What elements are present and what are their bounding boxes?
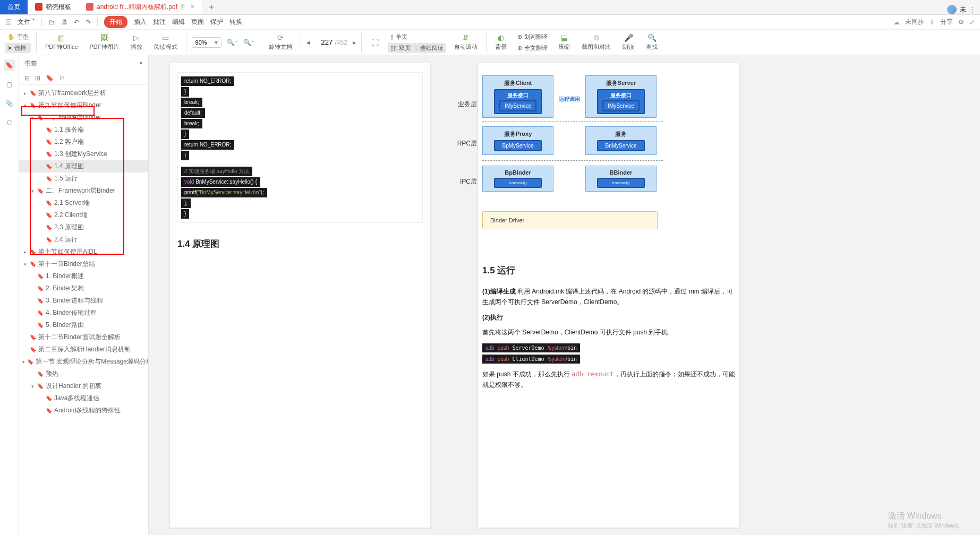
document-area[interactable]: return NO_ERROR; } break; default: break… [149, 55, 980, 535]
proxy-box: 服务Proxy BpMyService [482, 126, 553, 155]
file-menu[interactable]: 文件 ˅ [18, 18, 35, 27]
play-button[interactable]: ▷播放 [127, 32, 146, 52]
rotate[interactable]: ⟳旋转文档 [266, 32, 295, 52]
page-indicator[interactable]: /452 [315, 38, 347, 46]
left-rail: 🔖 ▢ 📎 ⬡ [0, 55, 19, 535]
readmode[interactable]: ▭阅读模式 [151, 32, 181, 52]
outline-item[interactable]: ▾🔖第一节 宏观理论分析与Message源码分析 [19, 356, 148, 368]
cloud-icon[interactable]: ☁ [893, 19, 900, 26]
full-translate[interactable]: ⊕全文翻译 [515, 43, 550, 53]
outline-item[interactable]: 🔖2.1 Server端 [19, 197, 148, 209]
compress[interactable]: ⬓压缩 [555, 32, 573, 52]
expand-icon[interactable]: ⤢ [969, 19, 975, 26]
share-icon[interactable]: ⇪ [930, 19, 935, 26]
double-page[interactable]: ▯▯双页 [388, 43, 413, 53]
fulltrans-icon: ⊕ [517, 45, 522, 51]
outline-item[interactable]: 🔖1.2 客户端 [19, 136, 148, 148]
outline-item[interactable]: 🔖Java多线程通信 [19, 392, 148, 404]
outline-item[interactable]: 🔖1.5 运行 [19, 172, 148, 185]
menu-edit[interactable]: 编辑 [172, 18, 185, 27]
cube-rail-icon[interactable]: ⬡ [4, 117, 15, 128]
heading-1-4: 1.4 原理图 [177, 238, 423, 250]
ribbon-icon[interactable]: ⚐ [59, 74, 65, 82]
hand-tool[interactable]: ✋手型 [5, 32, 31, 42]
sidebar-close-icon[interactable]: × [139, 59, 143, 67]
redo-icon[interactable]: ↷ [86, 19, 91, 26]
nav-view[interactable]: ⛶ [367, 37, 383, 48]
outline-item[interactable]: ▸🔖第八节framework层分析 [19, 87, 148, 99]
pin-icon[interactable]: ⎘ [181, 3, 184, 11]
outline-item[interactable]: 🔖1.4 原理图 [19, 160, 148, 172]
continuous-read[interactable]: ≡连续阅读 [413, 43, 446, 53]
menu-icon[interactable]: ☰ [5, 19, 11, 26]
outline-item[interactable]: 🔖1. Binder概述 [19, 270, 148, 282]
close-icon[interactable]: × [191, 3, 194, 11]
background[interactable]: ◐背景 [492, 32, 510, 52]
menu-insert[interactable]: 插入 [134, 18, 147, 27]
tab-home[interactable]: 首页 [0, 0, 28, 14]
expand-all-icon[interactable]: ⊞ [35, 74, 40, 82]
find[interactable]: 🔍查找 [643, 32, 661, 52]
share-label[interactable]: 分享 [940, 18, 953, 27]
outline-item[interactable]: 🔖4. Binder传输过程 [19, 307, 148, 319]
outline-item[interactable]: ▾🔖二、Framework层Binder [19, 185, 148, 197]
read-aloud[interactable]: 🎤朗读 [619, 32, 637, 52]
outline-item[interactable]: ▾🔖一、Native层Binder [19, 111, 148, 124]
attachment-rail-icon[interactable]: 📎 [4, 98, 15, 109]
outline-item[interactable]: 🔖5. Binder路由 [19, 319, 148, 331]
bookmark-rail-icon[interactable]: 🔖 [4, 59, 15, 71]
outline-item[interactable]: ▸🔖第十节如何使用AIDL [19, 246, 148, 258]
tab-add[interactable]: ＋ [202, 0, 221, 14]
menu-protect[interactable]: 保护 [210, 18, 223, 27]
outline-item[interactable]: 🔖2.2 Client端 [19, 209, 148, 221]
outline-item[interactable]: 🔖第二章深入解析Handler消息机制 [19, 343, 148, 356]
open-icon[interactable]: 🗁 [48, 19, 55, 26]
bpbinder-box: BpBinder transact() [482, 166, 553, 192]
zoom-input[interactable]: ▾ [192, 37, 221, 48]
outline-item[interactable]: 🔖1.3 创建MyService [19, 148, 148, 160]
bookmark-icon[interactable]: 🔖 [46, 74, 54, 82]
tab-dokel[interactable]: 稻壳模板 [28, 0, 79, 14]
single-page[interactable]: ▯单页 [388, 32, 446, 42]
pdf2img[interactable]: 🖼PDF转图片 [87, 32, 122, 52]
outline-item[interactable]: 🔖预热 [19, 368, 148, 380]
hand-icon: ✋ [7, 33, 15, 40]
outline-item[interactable]: ▾🔖第九节如何使用Binder [19, 99, 148, 111]
page-next-icon[interactable]: ▸ [353, 39, 356, 46]
outline-item[interactable]: 🔖2.4 运行 [19, 234, 148, 246]
pdf2office[interactable]: ▦PDF转Office [42, 32, 81, 52]
autoscroll[interactable]: ⇵自动滚动 [451, 32, 481, 52]
outline-item[interactable]: ▾🔖设计Handler 的初衷 [19, 380, 148, 392]
start-button[interactable]: 开始 [104, 16, 127, 28]
outline-item[interactable]: 🔖第十二节Binder面试题全解析 [19, 331, 148, 343]
gear-icon[interactable]: ⚙ [958, 19, 964, 26]
screenshot[interactable]: ⧉截图和对比 [578, 32, 614, 52]
select-tool[interactable]: ➤选择 [5, 43, 31, 53]
avatar[interactable] [947, 5, 957, 14]
outline-item[interactable]: 🔖2. Binder架构 [19, 282, 148, 295]
layer-label-3: IPC层 [445, 177, 477, 186]
pdf2img-icon: 🖼 [99, 33, 109, 42]
outline-item[interactable]: 🔖3. Binder进程与线程 [19, 295, 148, 307]
tab-document[interactable]: android fr...精编内核解析.pdf⎘× [79, 0, 202, 14]
code-block: return NO_ERROR; } break; default: break… [177, 72, 423, 223]
thumbnail-rail-icon[interactable]: ▢ [4, 79, 15, 90]
outline-item[interactable]: 🔖1.1 服务端 [19, 124, 148, 136]
page-prev-icon[interactable]: ◂ [306, 39, 310, 46]
undo-icon[interactable]: ↶ [74, 19, 79, 26]
zoom-in-icon[interactable]: 🔍⁺ [243, 39, 254, 46]
outline-item[interactable]: ▾🔖第十一节Binder总结 [19, 258, 148, 270]
more-icon[interactable]: ⋮ [969, 6, 976, 13]
outline-item[interactable]: 🔖Android多线程的特殊性 [19, 404, 148, 417]
menu-annotate[interactable]: 批注 [153, 18, 166, 27]
service-box: 服务 BnMyService [585, 126, 657, 155]
menu-page[interactable]: 页面 [191, 18, 204, 27]
binder-diagram: 业务层 RPC层 IPC层 远程调用 服务Client 服务接口 IMyServ… [482, 71, 735, 249]
collapse-icon[interactable]: ⊟ [24, 74, 30, 82]
zoom-out-icon[interactable]: 🔍⁻ [227, 39, 238, 46]
menu-convert[interactable]: 转换 [229, 18, 242, 27]
word-translate[interactable]: ⊕划词翻译 [515, 32, 550, 42]
outline-tree: ▸🔖第八节framework层分析▾🔖第九节如何使用Binder▾🔖一、Nati… [19, 85, 148, 535]
print-icon[interactable]: 🖶 [61, 19, 67, 26]
outline-item[interactable]: 🔖2.3 原理图 [19, 221, 148, 234]
